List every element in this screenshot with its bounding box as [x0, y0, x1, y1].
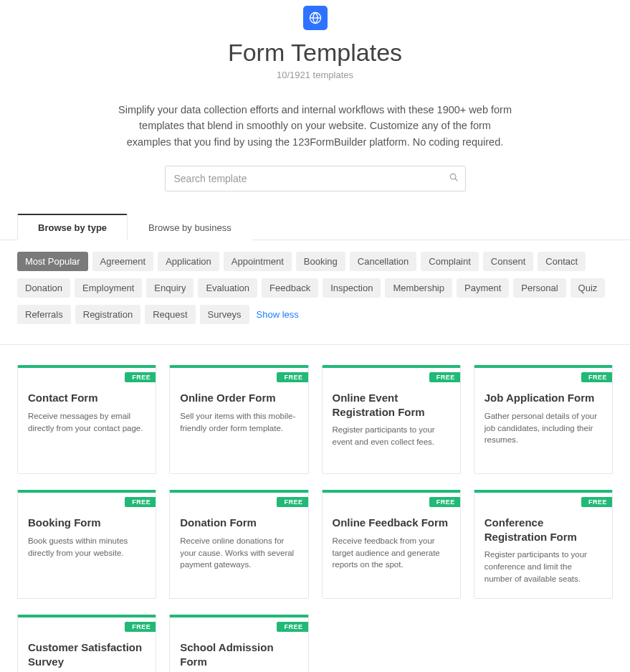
chip-cancellation[interactable]: Cancellation	[350, 252, 417, 271]
card-description: Register participants to your conference…	[485, 549, 602, 585]
chip-registration[interactable]: Registration	[75, 305, 140, 324]
chip-feedback[interactable]: Feedback	[262, 278, 318, 298]
card-title: Online Event Registration Form	[333, 391, 450, 419]
free-badge: FREE	[125, 372, 156, 382]
card-title: School Admission Form	[180, 640, 297, 668]
free-badge: FREE	[125, 622, 156, 632]
card-description: Receive feedback from your target audien…	[333, 535, 450, 571]
chip-employment[interactable]: Employment	[75, 278, 142, 298]
cards-grid: FREEContact FormReceive messages by emai…	[0, 345, 630, 672]
card-title: Conference Registration Form	[485, 516, 602, 544]
free-badge: FREE	[429, 497, 460, 507]
card-description: Sell your items with this mobile-friendl…	[180, 410, 297, 434]
show-less-toggle[interactable]: Show less	[254, 305, 302, 324]
template-card[interactable]: FREESchool Admission FormGather student …	[169, 615, 308, 672]
search-input[interactable]	[165, 166, 466, 191]
filter-chips: Most PopularAgreementApplicationAppointm…	[0, 240, 630, 345]
tabs-row: Browse by typeBrowse by business	[0, 213, 630, 240]
free-badge: FREE	[125, 497, 156, 507]
card-title: Online Feedback Form	[333, 516, 450, 530]
chip-donation[interactable]: Donation	[17, 278, 70, 298]
card-title: Customer Satisfaction Survey	[28, 640, 145, 668]
card-description: Gather personal details of your job cand…	[485, 410, 602, 446]
template-count: 10/1921 templates	[14, 70, 616, 80]
chip-evaluation[interactable]: Evaluation	[198, 278, 257, 298]
chip-agreement[interactable]: Agreement	[92, 252, 154, 271]
free-badge: FREE	[581, 497, 612, 507]
template-card[interactable]: FREEConference Registration FormRegister…	[474, 490, 613, 599]
card-title: Booking Form	[28, 516, 145, 530]
chip-referrals[interactable]: Referrals	[17, 305, 71, 324]
free-badge: FREE	[429, 372, 460, 382]
chip-application[interactable]: Application	[158, 252, 219, 271]
chip-most-popular[interactable]: Most Popular	[17, 252, 88, 271]
card-title: Donation Form	[180, 516, 297, 530]
template-card[interactable]: FREEOnline Event Registration FormRegist…	[322, 365, 461, 474]
template-card[interactable]: FREEDonation FormReceive online donation…	[169, 490, 308, 599]
template-card[interactable]: FREEBooking FormBook guests within minut…	[17, 490, 156, 599]
chip-surveys[interactable]: Surveys	[200, 305, 249, 324]
card-description: Receive messages by email directly from …	[28, 410, 145, 434]
card-title: Job Application Form	[485, 391, 602, 405]
page-description: Simplify your data collection efforts an…	[118, 102, 512, 150]
chip-membership[interactable]: Membership	[385, 278, 452, 298]
chip-request[interactable]: Request	[145, 305, 195, 324]
chip-personal[interactable]: Personal	[513, 278, 565, 298]
chip-complaint[interactable]: Complaint	[421, 252, 479, 271]
chip-quiz[interactable]: Quiz	[571, 278, 606, 298]
free-badge: FREE	[581, 372, 612, 382]
globe-icon	[303, 6, 328, 30]
chip-contact[interactable]: Contact	[538, 252, 586, 271]
template-card[interactable]: FREECustomer Satisfaction SurveyRate you…	[17, 615, 156, 672]
template-card[interactable]: FREEJob Application FormGather personal …	[474, 365, 613, 474]
free-badge: FREE	[277, 372, 307, 382]
chip-consent[interactable]: Consent	[483, 252, 533, 271]
chip-appointment[interactable]: Appointment	[224, 252, 292, 271]
card-description: Receive online donations for your cause.…	[180, 535, 297, 571]
template-card[interactable]: FREEOnline Feedback FormReceive feedback…	[322, 490, 461, 599]
chip-enquiry[interactable]: Enquiry	[146, 278, 194, 298]
card-title: Online Order Form	[180, 391, 297, 405]
card-description: Book guests within minutes directly from…	[28, 535, 145, 559]
chip-inspection[interactable]: Inspection	[323, 278, 381, 298]
tab-browse-by-type[interactable]: Browse by type	[17, 214, 128, 240]
card-title: Contact Form	[28, 391, 145, 405]
free-badge: FREE	[277, 497, 307, 507]
chip-booking[interactable]: Booking	[296, 252, 345, 271]
tab-browse-by-business[interactable]: Browse by business	[128, 214, 252, 240]
free-badge: FREE	[277, 622, 307, 632]
chip-payment[interactable]: Payment	[457, 278, 509, 298]
template-card[interactable]: FREEOnline Order FormSell your items wit…	[169, 365, 308, 474]
template-card[interactable]: FREEContact FormReceive messages by emai…	[17, 365, 156, 474]
card-description: Register participants to your event and …	[333, 424, 450, 448]
page-title: Form Templates	[14, 39, 616, 67]
